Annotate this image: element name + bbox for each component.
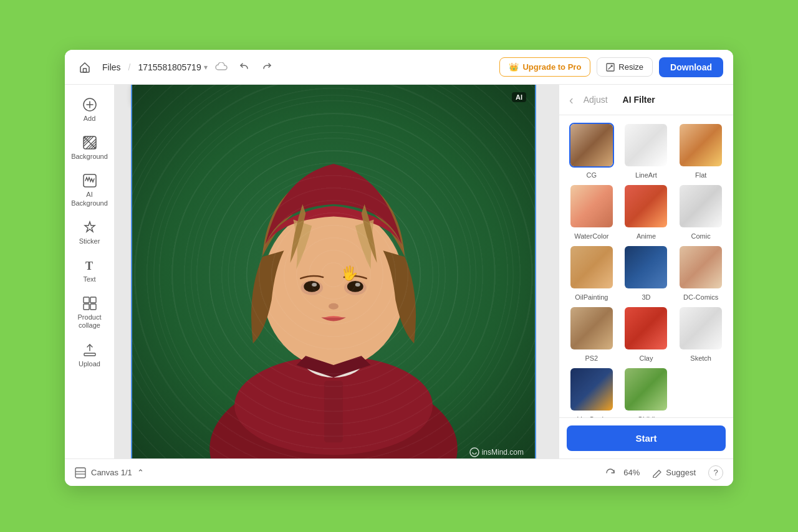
ai-filter-tab[interactable]: AI Filter (618, 92, 660, 107)
canvas-image[interactable]: .swirl { fill: none; stroke: rgba(255,25… (131, 85, 536, 458)
filter-item-ps2[interactable]: PS2 (567, 306, 617, 362)
svg-rect-51 (324, 381, 343, 442)
filter-thumb-sketch (678, 306, 723, 351)
files-nav[interactable]: Files (102, 62, 121, 72)
sidebar-item-upload[interactable]: Upload (69, 338, 111, 373)
panel-back-icon[interactable]: ‹ (569, 93, 574, 107)
sidebar-item-product-collage[interactable]: Product collage (69, 291, 111, 335)
refresh-icon[interactable] (605, 467, 616, 478)
header-actions: 👑 Upgrade to Pro Resize Download (499, 57, 723, 77)
filter-thumb-watercolor (569, 184, 614, 229)
filter-thumb-comic (678, 184, 723, 229)
panel-header: ‹ Adjust AI Filter (559, 85, 733, 115)
filter-label-ps2: PS2 (585, 354, 598, 362)
svg-rect-19 (84, 304, 89, 310)
filter-item-lineart[interactable]: LineArt (622, 123, 671, 179)
filter-thumb-clay (623, 306, 668, 351)
header: Files / 1715581805719 ▾ (65, 50, 733, 85)
filter-thumb-lineart (623, 123, 668, 168)
filter-label-oilpainting: OilPainting (575, 293, 608, 301)
suggest-button[interactable]: Suggest (647, 465, 701, 480)
svg-point-33 (209, 151, 458, 399)
filter-item-ghibli[interactable]: Ghibli (622, 367, 671, 417)
filter-item-cg[interactable]: CG (567, 123, 617, 179)
suggest-label: Suggest (666, 468, 696, 477)
canvas-info: Canvas 1/1 ⌃ (75, 467, 144, 478)
svg-point-37 (135, 85, 532, 458)
filename-display[interactable]: 1715581805719 ▾ (138, 62, 207, 72)
svg-point-28 (302, 244, 364, 305)
svg-point-50 (329, 303, 339, 310)
sidebar-item-ai-background[interactable]: AI Background (69, 168, 111, 212)
svg-text:T: T (85, 260, 93, 272)
resize-button[interactable]: Resize (597, 57, 653, 77)
svg-rect-20 (90, 304, 96, 310)
filter-thumb-anime (623, 184, 668, 229)
filter-item-3d[interactable]: 3D (622, 245, 671, 301)
undo-redo-group (235, 58, 276, 77)
sidebar-add-label: Add (84, 115, 96, 123)
ai-badge: AI (512, 92, 526, 102)
adjust-tab[interactable]: Adjust (579, 92, 613, 107)
filter-item-anime[interactable]: Anime (622, 184, 671, 240)
home-button[interactable] (75, 57, 95, 77)
filter-item-flat[interactable]: Flat (676, 123, 726, 179)
sidebar-item-background[interactable]: Background (69, 130, 111, 166)
filter-label-dccomics: DC-Comics (683, 293, 718, 301)
svg-point-34 (191, 132, 476, 417)
canvas-bg: .swirl { fill: none; stroke: rgba(255,25… (132, 85, 535, 458)
help-button[interactable]: ? (708, 465, 723, 480)
app-window: Files / 1715581805719 ▾ (65, 50, 733, 486)
filter-item-clay[interactable]: Clay (622, 306, 671, 362)
filter-label-flat: Flat (695, 171, 706, 179)
canvas-expand-icon[interactable]: ⌃ (137, 468, 144, 477)
sidebar-item-sticker[interactable]: Sticker (69, 215, 111, 250)
canvas-inner: AI New (131, 85, 542, 458)
sidebar-item-text[interactable]: T Text (69, 253, 111, 288)
filter-label-3d: 3D (642, 293, 650, 301)
filter-thumb-ghibli (623, 367, 668, 412)
sidebar-text-label: Text (83, 275, 95, 283)
svg-point-48 (312, 283, 317, 287)
canvas-label: Canvas 1/1 (91, 468, 132, 477)
sidebar-upload-label: Upload (79, 360, 100, 368)
zoom-display: 64% (623, 468, 640, 477)
redo-button[interactable] (257, 58, 276, 77)
filter-label-comic: Comic (691, 232, 711, 240)
filter-thumb-dccomics (678, 245, 723, 290)
filter-item-dccomics[interactable]: DC-Comics (676, 245, 726, 301)
svg-rect-27 (132, 85, 535, 458)
filter-item-oilpainting[interactable]: OilPainting (567, 245, 617, 301)
start-button[interactable]: Start (567, 425, 726, 451)
svg-rect-53 (75, 468, 85, 478)
svg-point-31 (247, 188, 420, 361)
svg-point-39 (209, 374, 458, 458)
filter-item-comic[interactable]: Comic (676, 184, 726, 240)
svg-rect-17 (84, 297, 89, 303)
canvas-area[interactable]: AI New (115, 85, 559, 458)
filter-label-lineart: LineArt (635, 171, 657, 179)
svg-rect-0 (84, 69, 87, 72)
right-panel: ‹ Adjust AI Filter CG LineArt Flat (559, 85, 733, 458)
sidebar-item-add[interactable]: Add (69, 92, 111, 128)
filter-item-watercolor[interactable]: WaterColor (567, 184, 617, 240)
filter-thumb-oilpainting (569, 245, 614, 290)
filter-label-anime: Anime (637, 232, 656, 240)
download-button[interactable]: Download (659, 57, 723, 77)
svg-point-32 (228, 169, 439, 380)
sidebar-ai-background-label: AI Background (71, 191, 108, 207)
filter-item-vangogh[interactable]: VanGogh (567, 367, 617, 417)
undo-button[interactable] (235, 58, 254, 77)
svg-point-38 (132, 85, 535, 458)
svg-rect-21 (84, 353, 95, 356)
svg-point-29 (284, 225, 383, 324)
filter-item-sketch[interactable]: Sketch (676, 306, 726, 362)
filter-thumb-flat (678, 123, 723, 168)
sidebar-product-collage-label: Product collage (72, 313, 107, 330)
filter-label-clay: Clay (639, 354, 653, 362)
svg-point-44 (300, 280, 323, 295)
main-layout: Add Background (65, 85, 733, 458)
watermark: insMind.com (469, 447, 524, 457)
sidebar-sticker-label: Sticker (79, 237, 100, 245)
upgrade-button[interactable]: 👑 Upgrade to Pro (499, 57, 590, 77)
